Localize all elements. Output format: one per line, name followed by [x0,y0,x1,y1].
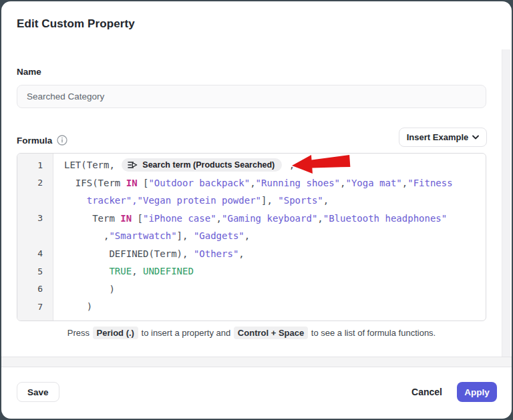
code-segment: ], [177,230,194,241]
formula-hint: Press Period (.) to insert a property an… [17,328,486,338]
code-segment: "Bluetooth headphones" [323,213,447,224]
code-segment: "Gaming keyboard" [222,213,317,224]
code-text: ,"Smartwatch"], "Gadgets", [53,230,486,241]
code-segment: DEFINED(Term), [64,248,194,259]
code-line: 7 ) [17,298,486,316]
code-segment: ) [64,301,92,312]
hint-text: Press [67,328,92,338]
code-segment: ) [64,284,115,294]
chevron-down-icon [472,135,479,140]
vertical-scrollbar[interactable] [502,49,510,357]
code-text: ) [53,284,486,294]
hint-text: to insert a property and [139,328,233,338]
code-segment [64,266,109,276]
code-line: 5 TRUE, UNDEFINED [17,262,486,280]
code-segment: , [402,178,407,188]
formula-code-lines: 1LET(Term, Search term (Products Searche… [17,154,486,321]
code-segment: "Yoga mat" [345,178,401,188]
name-label: Name [17,67,41,77]
code-segment: "Running shoes" [256,178,340,188]
code-line: 1LET(Term, Search term (Products Searche… [17,156,486,174]
line-number: 4 [17,245,53,263]
code-line: 2 IFS(Term IN ["Outdoor backpack","Runni… [17,174,486,192]
code-line: 4 DEFINED(Term), "Others", [17,245,486,263]
code-text: LET(Term, Search term (Products Searched… [53,158,486,172]
code-segment: "Others" [194,248,238,259]
code-segment: "Gadgets" [194,230,244,241]
code-text: tracker","Vegan protein powder"], "Sport… [53,195,486,206]
code-segment: , [340,178,345,188]
code-segment: "Fitness [407,178,452,188]
hint-text: to see a list of formula functions. [309,328,436,338]
code-line: 3 Term IN ["iPhone case","Gaming keyboar… [17,210,486,228]
code-segment: "Sports" [278,195,323,206]
code-segment: Term [64,213,120,224]
code-line: ,"Smartwatch"], "Gadgets", [17,227,486,245]
formula-label: Formula [17,136,52,146]
code-text: ) [53,301,486,312]
apply-button[interactable]: Apply [457,382,497,402]
line-number: 6 [17,280,53,298]
modal-overlay: Edit Custom Property Name Formula Insert… [0,0,513,420]
code-segment: IN [120,213,132,224]
code-text: IFS(Term IN ["Outdoor backpack","Running… [53,178,486,188]
line-number [17,227,53,245]
code-segment: IN [126,178,138,188]
keyboard-shortcut-chip: Period (.) [93,327,138,339]
line-number: 7 [17,298,53,316]
formula-editor[interactable]: 1LET(Term, Search term (Products Searche… [17,153,486,321]
code-segment: IFS(Term [64,178,126,188]
code-text: Term IN ["iPhone case","Gaming keyboard"… [53,213,486,224]
formula-label-row: Formula [17,135,67,146]
code-line: tracker","Vegan protein powder"], "Sport… [17,192,486,210]
dialog-title: Edit Custom Property [17,17,135,31]
code-segment [64,195,87,206]
code-segment: LET(Term, [64,160,120,170]
code-segment: , [323,195,329,206]
name-input[interactable] [17,85,486,108]
property-list-cursor-icon [128,160,138,170]
code-text: TRUE, UNDEFINED [53,266,486,276]
property-token-label: Search term (Products Searched) [142,160,275,170]
line-number: 1 [17,156,53,174]
property-token[interactable]: Search term (Products Searched) [122,158,282,172]
code-line: 6 ) [17,280,486,298]
info-circle-icon[interactable] [57,135,67,146]
line-number: 2 [17,174,53,192]
code-segment: "iPhone case" [143,213,216,224]
code-segment: , [244,230,250,241]
edit-custom-property-dialog: Edit Custom Property Name Formula Insert… [1,1,512,419]
code-segment: , [216,213,222,224]
code-segment: TRUE [109,266,132,276]
line-number [17,192,53,210]
code-segment: , [132,266,143,276]
code-segment: , [64,230,109,241]
code-segment: , [238,248,244,259]
code-segment: "Outdoor backpack" [148,178,250,188]
insert-example-label: Insert Example [407,132,469,142]
code-segment: , [283,160,295,170]
save-button[interactable]: Save [17,382,59,402]
code-segment: "Smartwatch" [109,230,176,241]
horizontal-scrollbar[interactable] [1,357,512,367]
insert-example-button[interactable]: Insert Example [399,128,487,147]
line-number: 5 [17,262,53,280]
code-segment: [ [138,178,149,188]
code-segment: [ [132,213,143,224]
line-number: 3 [17,210,53,228]
code-segment: , [250,178,255,188]
code-segment: tracker","Vegan protein powder" [87,195,261,206]
code-segment: ], [261,195,278,206]
code-segment: , [317,213,323,224]
keyboard-shortcut-chip: Control + Space [234,327,308,339]
cancel-button[interactable]: Cancel [409,382,445,402]
code-segment: UNDEFINED [143,266,194,276]
code-text: DEFINED(Term), "Others", [53,248,486,259]
